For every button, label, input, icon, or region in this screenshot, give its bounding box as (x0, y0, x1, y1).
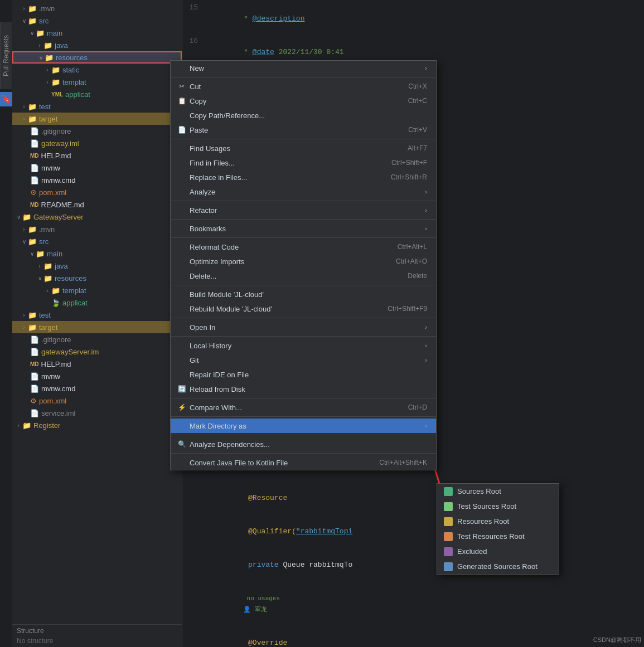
shortcut-rebuild: Ctrl+Shift+F9 (388, 305, 427, 313)
yml-icon: YML (51, 91, 63, 98)
tree-item-mvnwcmd2[interactable]: › 📄 mvnw.cmd (12, 382, 182, 395)
submenu-item-resources-root[interactable]: Resources Root (437, 514, 559, 529)
tree-item-mvnw1[interactable]: › 📄 mvnw (12, 162, 182, 174)
tree-item-gateway-iml[interactable]: › 📄 gateway.iml (12, 137, 182, 149)
folder-icon: 📁 (28, 323, 37, 332)
tree-item-applicat2[interactable]: › 🍃 applicat (12, 296, 182, 309)
menu-item-repair-ide[interactable]: Repair IDE on File (171, 367, 436, 382)
item-label: .mvn (39, 225, 55, 233)
separator (171, 453, 436, 454)
tree-item-main2[interactable]: ∨ 📁 main (12, 247, 182, 260)
menu-item-paste[interactable]: 📄 Paste Ctrl+V (171, 123, 436, 137)
line-content: @Qualifier("rabbitmqTopi (205, 515, 644, 548)
menu-item-new[interactable]: New › (171, 61, 436, 75)
code-line-override: @Override (182, 626, 644, 647)
file-tree: › 📁 .mvn ∨ 📁 src ∨ 📁 main › 📁 java ∨ 📁 r… (12, 0, 182, 624)
tree-item-register[interactable]: › 📁 Register (12, 419, 182, 431)
tree-item-pom2[interactable]: › ⚙ pom.xml (12, 395, 182, 407)
tree-item-gitignore2[interactable]: › 📄 .gitignore (12, 333, 182, 346)
tree-item-templat2[interactable]: › 📁 templat (12, 284, 182, 296)
folder-icon: 📁 (36, 29, 45, 37)
line-content: @Resource (205, 481, 644, 515)
tree-item-java1[interactable]: › 📁 java (12, 39, 182, 51)
tree-item-service-iml[interactable]: › 📄 service.iml (12, 407, 182, 419)
item-label: gatewayServer.im (41, 348, 99, 356)
menu-item-reformat[interactable]: Reformat Code Ctrl+Alt+L (171, 240, 436, 254)
pull-requests-tab[interactable]: Pull Requests (0, 22, 12, 89)
menu-item-find-usages[interactable]: Find Usages Alt+F7 (171, 141, 436, 155)
menu-item-analyze-deps[interactable]: 🔍 Analyze Dependencies... (171, 437, 436, 451)
item-label: main (47, 29, 62, 37)
submenu-item-test-resources-root[interactable]: Test Resources Root (437, 529, 559, 544)
tree-item-help1[interactable]: › MD HELP.md (12, 149, 182, 162)
menu-item-analyze[interactable]: Analyze › (171, 184, 436, 199)
tree-item-mvn1[interactable]: › 📁 .mvn (12, 2, 182, 14)
menu-item-convert-kotlin[interactable]: Convert Java File to Kotlin File Ctrl+Al… (171, 455, 436, 470)
menu-item-copy-path[interactable]: Copy Path/Reference... (171, 108, 436, 123)
tree-item-src1[interactable]: ∨ 📁 src (12, 14, 182, 27)
menu-item-refactor[interactable]: Refactor › (171, 203, 436, 217)
submenu-item-test-sources-root[interactable]: Test Sources Root (437, 499, 559, 514)
menu-item-copy[interactable]: 📋 Copy Ctrl+C (171, 94, 436, 108)
menu-item-delete[interactable]: Delete... Delete (171, 269, 436, 283)
menu-item-build-module[interactable]: Build Module 'JL-cloud' (171, 287, 436, 301)
tree-item-mvnwcmd1[interactable]: › 📄 mvnw.cmd (12, 174, 182, 186)
menu-item-local-history[interactable]: Local History › (171, 338, 436, 353)
menu-item-mark-directory[interactable]: Mark Directory as › (171, 419, 436, 433)
arrow-icon: › (22, 189, 30, 196)
arrow-icon: ∨ (14, 214, 22, 220)
separator (171, 77, 436, 77)
tree-item-gatewayserver[interactable]: ∨ 📁 GatewayServer (12, 211, 182, 223)
bookmark-tab[interactable]: 🔖 (0, 92, 12, 106)
menu-label-optimize-imports: Optimize Imports (190, 257, 244, 266)
tree-item-applicat1[interactable]: › YML applicat (12, 88, 182, 100)
tree-item-test1[interactable]: › 📁 test (12, 100, 182, 113)
arrow-icon: › (22, 128, 30, 134)
menu-item-compare[interactable]: ⚡ Compare With... Ctrl+D (171, 400, 436, 415)
tree-item-help2[interactable]: › MD HELP.md (12, 358, 182, 370)
tree-item-gatewayserver-iml[interactable]: › 📄 gatewayServer.im (12, 346, 182, 358)
submenu-item-generated-sources[interactable]: Generated Sources Root (437, 559, 559, 574)
submenu-item-sources-root[interactable]: Sources Root (437, 484, 559, 499)
menu-label-paste: Paste (190, 126, 208, 134)
tree-item-templat1[interactable]: › 📁 templat (12, 76, 182, 88)
code-line-resource-3: @Resource (182, 481, 644, 515)
item-label: applicat (62, 299, 88, 307)
menu-item-bookmarks[interactable]: Bookmarks › (171, 221, 436, 236)
tree-item-pom1[interactable]: › ⚙ pom.xml (12, 186, 182, 198)
menu-item-rebuild-module[interactable]: Rebuild Module 'JL-cloud' Ctrl+Shift+F9 (171, 301, 436, 316)
folder-icon: 📁 (51, 66, 60, 74)
menu-item-open-in[interactable]: Open In › (171, 320, 436, 334)
menu-label-local-history: Local History (190, 342, 231, 350)
tree-item-main1[interactable]: ∨ 📁 main (12, 27, 182, 39)
tree-item-mvnw2[interactable]: › 📄 mvnw (12, 370, 182, 382)
tree-item-test2[interactable]: › 📁 test (12, 309, 182, 321)
tree-item-target2[interactable]: › 📁 target (12, 321, 182, 333)
menu-label-copy: Copy (190, 97, 206, 105)
tree-item-src2[interactable]: ∨ 📁 src (12, 235, 182, 247)
tree-item-target1[interactable]: › 📁 target (12, 113, 182, 125)
compare-icon: ⚡ (177, 403, 186, 411)
folder-icon: 📁 (43, 262, 52, 270)
menu-item-reload[interactable]: 🔄 Reload from Disk (171, 382, 436, 396)
tree-item-resources1[interactable]: ∨ 📁 resources (12, 51, 182, 64)
tree-item-java2[interactable]: › 📁 java (12, 260, 182, 272)
submenu-item-excluded[interactable]: Excluded (437, 544, 559, 559)
tree-item-gitignore1[interactable]: › 📄 .gitignore (12, 125, 182, 137)
submenu-label-test-sources-root: Test Sources Root (457, 502, 516, 510)
menu-item-find-in-files[interactable]: Find in Files... Ctrl+Shift+F (171, 155, 436, 170)
tree-item-resources2[interactable]: ∨ 📁 resources (12, 272, 182, 284)
tree-item-static[interactable]: › 📁 static (12, 64, 182, 76)
arrow-icon: › (22, 202, 30, 208)
menu-item-replace-in-files[interactable]: Replace in Files... Ctrl+Shift+R (171, 170, 436, 184)
item-label: .gitignore (41, 127, 71, 135)
arrow-icon: › (22, 337, 30, 343)
shortcut-reformat: Ctrl+Alt+L (398, 243, 427, 251)
structure-panel: Structure No structure (12, 624, 182, 647)
menu-item-git[interactable]: Git › (171, 353, 436, 367)
menu-item-cut[interactable]: ✂ Cut Ctrl+X (171, 79, 436, 94)
tree-item-mvn2[interactable]: › 📁 .mvn (12, 223, 182, 235)
tree-item-readme1[interactable]: › MD README.md (12, 198, 182, 211)
menu-item-optimize-imports[interactable]: Optimize Imports Ctrl+Alt+O (171, 254, 436, 269)
arrow-icon: ∨ (36, 275, 43, 281)
